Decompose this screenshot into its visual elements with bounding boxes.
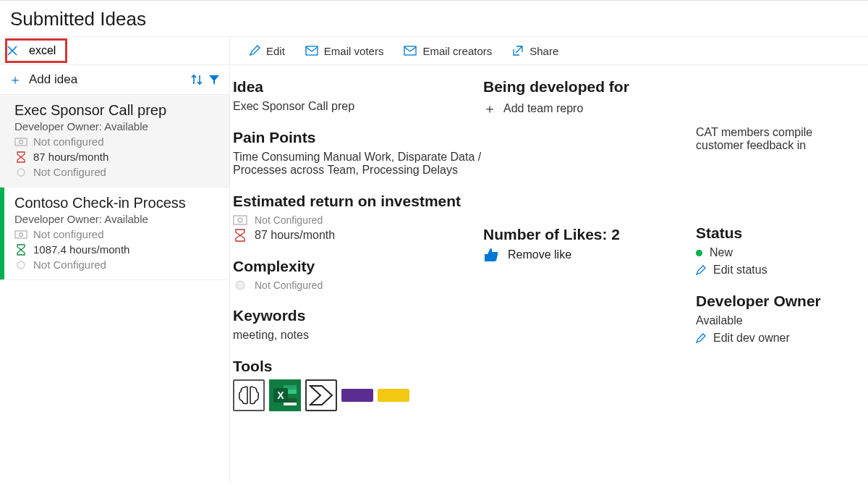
svg-point-9	[238, 218, 242, 222]
plus-icon: ＋	[9, 71, 22, 88]
share-button[interactable]: Share	[512, 45, 558, 57]
email-voters-button[interactable]: Email voters	[305, 45, 384, 57]
money-icon	[233, 215, 247, 225]
money-icon	[14, 138, 27, 146]
sidebar: ＋ Add idea Exec Sponsor Call prep Develo…	[0, 65, 230, 483]
edit-button[interactable]: Edit	[249, 45, 285, 57]
detail-pane: Idea Exec Sponsor Call prep Pain Points …	[230, 65, 868, 483]
email-creators-label: Email creators	[422, 45, 492, 57]
idea-card-cost: Not configured	[33, 228, 104, 240]
svg-point-10	[236, 281, 244, 290]
search-box	[0, 37, 230, 64]
status-dot-icon	[696, 250, 702, 256]
idea-heading: Idea	[233, 78, 483, 96]
edit-icon	[249, 45, 260, 56]
dev-for-heading: Being developed for	[483, 78, 693, 96]
idea-card[interactable]: Contoso Check-in Process Developer Owner…	[0, 188, 229, 280]
svg-rect-8	[234, 216, 247, 224]
plus-icon: ＋	[483, 100, 496, 117]
remove-like-label: Remove like	[508, 248, 571, 261]
tool-excel-icon: X	[269, 379, 301, 411]
likes-heading: Number of Likes: 2	[483, 226, 693, 243]
svg-rect-5	[15, 231, 27, 238]
sort-button[interactable]	[190, 73, 203, 86]
idea-card[interactable]: Exec Sponsor Call prep Developer Owner: …	[0, 95, 229, 188]
svg-point-6	[20, 232, 23, 236]
idea-card-hours: 1087.4 hours/month	[33, 243, 129, 256]
hourglass-icon	[14, 151, 27, 163]
svg-rect-2	[15, 138, 27, 146]
pain-value: Time Consuming Manual Work, Disparate Da…	[233, 151, 483, 177]
svg-point-7	[17, 261, 25, 269]
edit-dev-owner-label: Edit dev owner	[713, 332, 790, 345]
roi-hours: 87 hours/month	[255, 229, 335, 242]
email-creators-button[interactable]: Email creators	[404, 45, 492, 57]
status-value: New	[696, 246, 852, 259]
svg-rect-0	[306, 46, 318, 55]
idea-card-complexity: Not Configured	[33, 166, 106, 178]
page-title: Submitted Ideas	[0, 1, 868, 36]
description-note: CAT members compile customer feedback in	[696, 126, 852, 152]
idea-card-hours: 87 hours/month	[33, 151, 109, 163]
edit-dev-owner-button[interactable]: Edit dev owner	[696, 332, 852, 345]
svg-point-3	[20, 140, 23, 143]
svg-rect-1	[404, 46, 416, 55]
hourglass-icon	[14, 244, 27, 256]
svg-text:X: X	[277, 390, 284, 401]
add-team-label: Add team repro	[503, 102, 583, 115]
idea-card-owner: Developer Owner: Available	[14, 213, 219, 225]
edit-status-button[interactable]: Edit status	[696, 264, 852, 277]
tool-brain-icon	[233, 379, 265, 411]
roi-cost: Not Configured	[255, 214, 323, 226]
mail-icon	[404, 46, 417, 56]
status-heading: Status	[696, 224, 852, 242]
complexity-icon	[233, 279, 247, 291]
pain-heading: Pain Points	[233, 129, 483, 146]
tools-heading: Tools	[233, 358, 483, 375]
share-label: Share	[529, 45, 558, 57]
idea-card-title: Exec Sponsor Call prep	[14, 102, 219, 119]
svg-point-4	[17, 169, 25, 176]
edit-status-label: Edit status	[713, 264, 767, 277]
tool-powerautomate-icon	[305, 379, 337, 411]
complexity-icon	[14, 167, 27, 177]
complexity-icon	[14, 260, 27, 270]
complexity-heading: Complexity	[233, 258, 483, 275]
tool-onenote-icon	[341, 389, 373, 402]
idea-card-cost: Not configured	[33, 135, 104, 148]
tool-powerbi-icon	[378, 389, 409, 402]
email-voters-label: Email voters	[324, 45, 384, 57]
money-icon	[14, 230, 27, 239]
idea-card-complexity: Not Configured	[33, 258, 106, 271]
keywords-value: meeting, notes	[233, 329, 483, 342]
hourglass-icon	[233, 229, 247, 242]
edit-label: Edit	[266, 45, 285, 57]
idea-value: Exec Sponsor Call prep	[233, 100, 483, 113]
edit-icon	[696, 265, 706, 275]
add-team-button[interactable]: ＋ Add team repro	[483, 100, 693, 117]
mail-icon	[305, 46, 318, 56]
search-input[interactable]	[25, 41, 178, 60]
share-icon	[512, 45, 524, 56]
remove-like-button[interactable]: Remove like	[483, 248, 693, 262]
filter-button[interactable]	[208, 73, 221, 86]
add-idea-button[interactable]: ＋ Add idea	[9, 71, 77, 88]
search-clear-icon[interactable]	[7, 46, 17, 56]
complexity-value: Not Configured	[255, 279, 323, 291]
keywords-heading: Keywords	[233, 307, 483, 324]
idea-card-title: Contoso Check-in Process	[14, 195, 219, 211]
roi-heading: Estimated return on investment	[233, 193, 483, 210]
thumb-up-icon	[483, 248, 499, 262]
toolbar: Edit Email voters Email creators Share	[0, 36, 868, 65]
add-idea-label: Add idea	[29, 72, 77, 87]
idea-card-owner: Developer Owner: Available	[14, 120, 219, 132]
edit-icon	[696, 333, 706, 343]
dev-owner-heading: Developer Owner	[696, 293, 852, 310]
dev-owner-value: Available	[696, 314, 852, 327]
